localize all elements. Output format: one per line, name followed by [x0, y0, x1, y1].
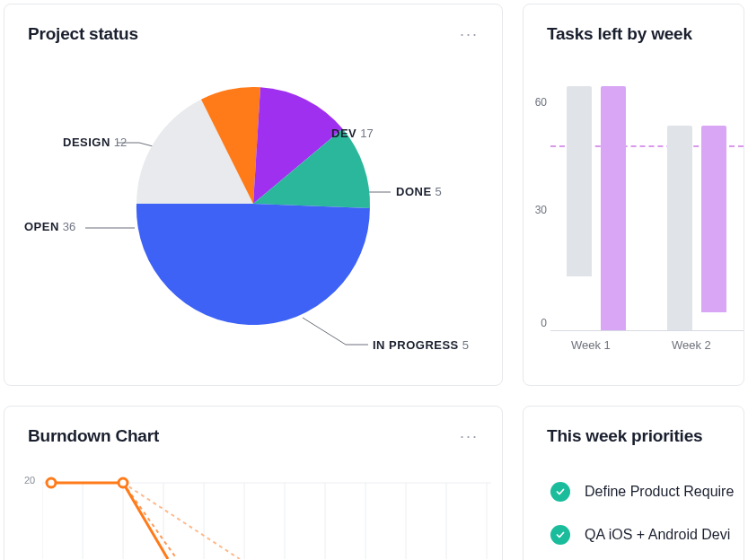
bar-week1-b[interactable]	[601, 86, 626, 330]
priorities-list: Define Product Require QA iOS + Android …	[524, 446, 744, 545]
more-icon[interactable]: ···	[460, 26, 479, 42]
priority-item[interactable]: Define Product Require	[550, 482, 744, 502]
burn-point-1[interactable]	[119, 478, 128, 487]
label-done: DONE5	[396, 185, 442, 198]
card-header: Burndown Chart ···	[4, 407, 502, 455]
card-header: Tasks left by week	[524, 4, 744, 53]
bar-group-week2	[667, 126, 739, 330]
project-status-pie: DESIGN12 OPEN36 DEV17 DONE5 IN PROGRESS5	[4, 53, 502, 367]
burndown-card: Burndown Chart ··· 20	[4, 406, 503, 560]
y-tick-60: 60	[524, 96, 547, 109]
priorities-card: This week priorities Define Product Requ…	[523, 406, 744, 560]
project-status-card: Project status ···	[4, 4, 503, 386]
label-open: OPEN36	[24, 220, 75, 233]
burn-y-20: 20	[24, 475, 35, 486]
burn-point-0[interactable]	[47, 478, 56, 487]
priority-item[interactable]: QA iOS + Android Devi	[550, 525, 744, 545]
y-tick-0: 0	[524, 317, 547, 329]
label-in-progress: IN PROGRESS5	[373, 338, 469, 352]
burndown-title: Burndown Chart	[28, 426, 159, 446]
x-label-week1: Week 1	[571, 338, 611, 352]
more-icon[interactable]: ···	[460, 428, 479, 444]
priority-label: QA iOS + Android Devi	[585, 527, 730, 543]
tasks-left-title: Tasks left by week	[547, 24, 692, 44]
y-tick-30: 30	[524, 204, 547, 216]
check-circle-icon	[550, 482, 570, 502]
tasks-left-chart: 0 30 60 Week 1 Week 2	[524, 62, 744, 386]
priorities-title: This week priorities	[547, 426, 702, 446]
card-header: This week priorities	[524, 407, 744, 446]
check-circle-icon	[550, 525, 570, 545]
pie-chart-svg	[132, 83, 374, 325]
slice-in-progress[interactable]	[136, 204, 370, 325]
bar-week2-b[interactable]	[701, 126, 726, 312]
x-label-week2: Week 2	[672, 338, 711, 352]
bar-week2-a[interactable]	[667, 126, 692, 330]
label-design: DESIGN12	[63, 136, 127, 149]
burndown-chart: 20	[4, 455, 502, 560]
bar-week1-a[interactable]	[567, 86, 592, 276]
svg-line-23	[123, 483, 240, 559]
project-status-title: Project status	[28, 24, 138, 44]
priority-label: Define Product Require	[585, 484, 734, 500]
card-header: Project status ···	[4, 4, 502, 53]
bar-group-week1	[567, 86, 638, 330]
tasks-left-card: Tasks left by week 0 30 60 Week 1 Week	[523, 4, 744, 386]
label-dev: DEV17	[331, 127, 374, 140]
